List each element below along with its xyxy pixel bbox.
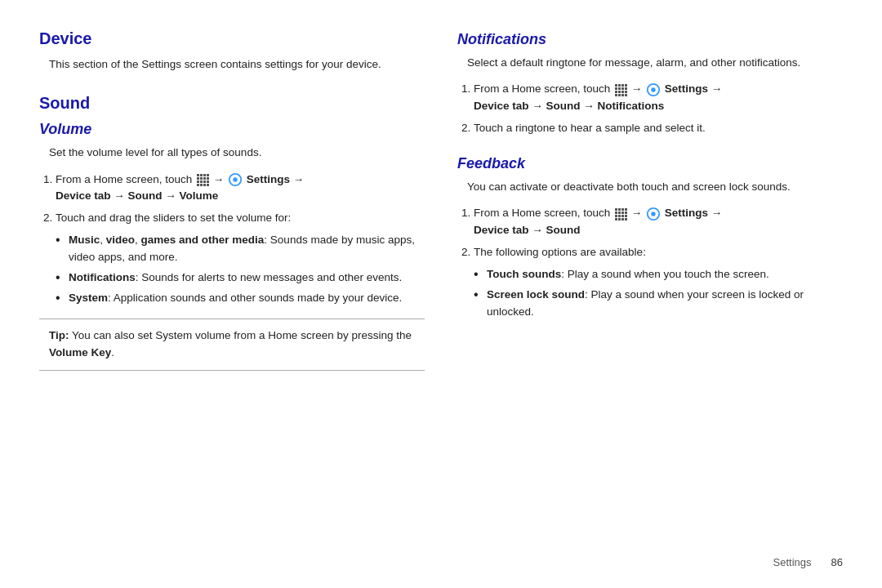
bullet-screen-lock: Screen lock sound: Play a sound when you… xyxy=(474,287,843,321)
device-description: This section of the Settings screen cont… xyxy=(39,56,425,73)
feedback-step-1: From a Home screen, touch xyxy=(474,205,843,239)
svg-rect-4 xyxy=(197,177,199,180)
svg-rect-50 xyxy=(615,218,617,220)
svg-rect-41 xyxy=(625,208,627,211)
footer-page-number: 86 xyxy=(831,556,843,568)
feedback-step2-text: The following options are available: xyxy=(474,246,646,258)
svg-rect-51 xyxy=(618,218,621,220)
svg-rect-39 xyxy=(618,208,621,211)
svg-rect-2 xyxy=(203,174,206,176)
volume-subsection: Volume Set the volume level for all type… xyxy=(39,121,425,307)
left-column: Device This section of the Settings scre… xyxy=(39,29,425,559)
svg-rect-40 xyxy=(621,208,624,211)
svg-rect-13 xyxy=(200,184,203,186)
svg-rect-19 xyxy=(615,84,617,87)
notif-step1-text: From a Home screen, touch xyxy=(474,82,722,112)
notif-step-1: From a Home screen, touch xyxy=(474,81,843,115)
svg-rect-26 xyxy=(625,87,627,90)
svg-rect-45 xyxy=(625,212,627,214)
bullet-music: Music, video, games and other media: Sou… xyxy=(56,232,425,266)
volume-step-2: Touch and drag the sliders to set the vo… xyxy=(56,210,425,307)
grid-icon-feedback xyxy=(614,207,627,220)
notifications-title: Notifications xyxy=(457,31,843,48)
svg-rect-15 xyxy=(207,184,209,186)
notifications-steps-list: From a Home screen, touch xyxy=(457,81,843,137)
notif-step2-text: Touch a ringtone to hear a sample and se… xyxy=(474,122,706,134)
settings-icon-notif xyxy=(646,82,661,97)
svg-rect-8 xyxy=(197,180,199,183)
svg-rect-22 xyxy=(625,84,627,87)
svg-rect-12 xyxy=(197,184,199,186)
svg-rect-14 xyxy=(203,184,206,186)
svg-rect-48 xyxy=(621,215,624,217)
svg-rect-33 xyxy=(621,94,624,96)
notifications-section: Notifications Select a default ringtone … xyxy=(457,31,843,144)
svg-rect-24 xyxy=(618,87,621,90)
notifications-description: Select a default ringtone for message, a… xyxy=(457,55,843,71)
svg-rect-29 xyxy=(621,91,624,93)
grid-icon-notif xyxy=(614,83,627,96)
volume-steps-list: From a Home screen, touch xyxy=(39,172,425,307)
svg-rect-32 xyxy=(618,94,621,96)
svg-rect-0 xyxy=(197,174,199,176)
svg-rect-44 xyxy=(621,212,624,214)
svg-point-18 xyxy=(234,179,237,181)
svg-point-37 xyxy=(653,88,655,91)
settings-icon xyxy=(228,172,243,187)
feedback-bullet-list: Touch sounds: Play a sound when you touc… xyxy=(474,266,843,321)
svg-rect-28 xyxy=(618,91,621,93)
svg-rect-10 xyxy=(203,180,206,183)
svg-rect-52 xyxy=(621,218,624,220)
feedback-step1-nav: Settings → xyxy=(665,207,723,219)
sound-title: Sound xyxy=(39,94,425,113)
step1-text: From a Home screen, touch xyxy=(56,173,304,203)
svg-rect-34 xyxy=(625,94,627,96)
step1-nav: Settings → xyxy=(247,173,305,185)
svg-rect-6 xyxy=(203,177,206,180)
feedback-description: You can activate or deactivate both touc… xyxy=(457,179,843,195)
svg-rect-20 xyxy=(618,84,621,87)
step2-text: Touch and drag the sliders to set the vo… xyxy=(56,212,291,224)
tip-label: Tip: You can also set System volume from… xyxy=(49,329,412,359)
volume-bullet-list: Music, video, games and other media: Sou… xyxy=(56,232,425,307)
device-section: Device This section of the Settings scre… xyxy=(39,29,425,82)
svg-rect-43 xyxy=(618,212,621,214)
page-footer: Settings 86 xyxy=(773,556,843,568)
svg-rect-11 xyxy=(207,180,209,183)
feedback-steps-list: From a Home screen, touch xyxy=(457,205,843,321)
svg-rect-9 xyxy=(200,180,203,183)
feedback-section: Feedback You can activate or deactivate … xyxy=(457,155,843,327)
notif-step1-nav: Settings → xyxy=(665,82,723,95)
device-title: Device xyxy=(39,29,425,48)
step1-nav2: Device tab → Sound → Volume xyxy=(56,189,218,202)
feedback-step-2: The following options are available: Tou… xyxy=(474,244,843,321)
svg-rect-25 xyxy=(621,87,624,90)
footer-label: Settings xyxy=(773,556,812,568)
bullet-notifications: Notifications: Sounds for alerts to new … xyxy=(56,270,425,287)
bullet-touch-sounds: Touch sounds: Play a sound when you touc… xyxy=(474,266,843,283)
svg-rect-31 xyxy=(615,94,617,96)
svg-rect-46 xyxy=(615,215,617,217)
svg-rect-3 xyxy=(207,174,209,176)
notif-step1-nav2: Device tab → Sound → Notifications xyxy=(474,100,664,112)
right-column: Notifications Select a default ringtone … xyxy=(457,29,843,559)
svg-rect-53 xyxy=(625,218,627,220)
settings-icon-feedback xyxy=(646,207,661,221)
svg-rect-42 xyxy=(615,212,617,214)
feedback-step1-text: From a Home screen, touch xyxy=(474,207,722,236)
sound-section: Sound Volume Set the volume level for al… xyxy=(39,94,425,371)
svg-rect-7 xyxy=(207,177,209,180)
svg-rect-1 xyxy=(200,174,203,176)
page-container: Device This section of the Settings scre… xyxy=(0,0,882,588)
grid-icon xyxy=(196,173,209,186)
notif-step-2: Touch a ringtone to hear a sample and se… xyxy=(474,120,843,137)
svg-rect-49 xyxy=(625,215,627,217)
svg-rect-21 xyxy=(621,84,624,87)
volume-title: Volume xyxy=(39,121,425,138)
svg-rect-27 xyxy=(615,91,617,93)
svg-rect-23 xyxy=(615,87,617,90)
volume-step-1: From a Home screen, touch xyxy=(56,172,425,206)
svg-rect-38 xyxy=(615,208,617,211)
volume-description: Set the volume level for all types of so… xyxy=(39,145,425,161)
tip-box: Tip: You can also set System volume from… xyxy=(39,318,425,371)
